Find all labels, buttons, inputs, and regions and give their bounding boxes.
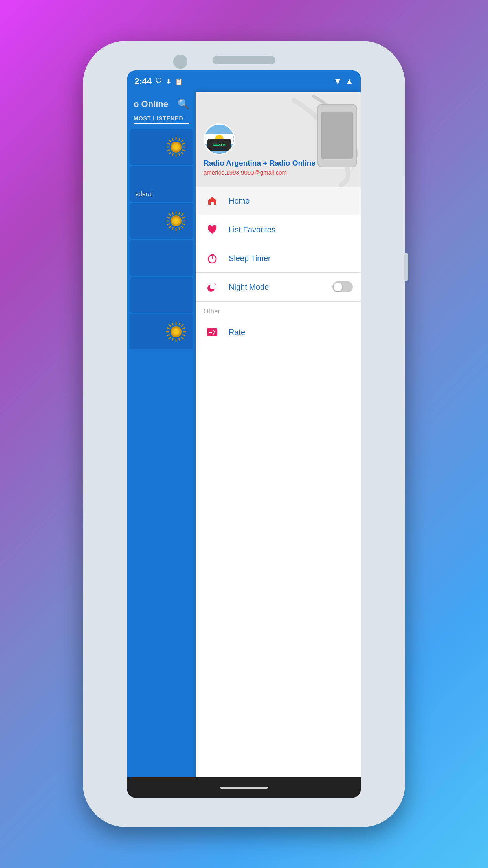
sun-icon — [164, 135, 188, 159]
tab-bar: MOST LISTENED — [127, 113, 196, 128]
svg-line-27 — [169, 226, 171, 228]
svg-line-53 — [172, 323, 173, 326]
front-camera — [173, 55, 187, 69]
side-drawer: 102.6FM Radio Argentina + Radio Online a… — [196, 92, 361, 798]
svg-line-33 — [167, 224, 170, 225]
drawer-header-background: 102.6FM Radio Argentina + Radio Online a… — [196, 92, 361, 187]
svg-line-7 — [181, 140, 183, 142]
wifi-icon: ▼ — [333, 76, 342, 86]
search-icon[interactable]: 🔍 — [178, 99, 189, 110]
home-indicator — [220, 787, 268, 789]
right-panel: o Online 🔍 MOST LISTENED — [127, 92, 196, 798]
status-bar-right: ▼ ▲ — [333, 76, 354, 86]
radio-list: ederal — [127, 128, 196, 351]
radio-list-item[interactable] — [130, 129, 193, 165]
svg-line-9 — [167, 143, 170, 144]
shield-status-icon: 🛡 — [156, 78, 162, 85]
svg-line-50 — [172, 338, 173, 341]
phone-frame: 2:44 🛡 ⬇ 📋 ▼ ▲ o Online 🔍 MOST LISTENED — [83, 41, 405, 827]
svg-line-51 — [182, 328, 185, 329]
save-status-icon: ⬇ — [166, 78, 171, 85]
svg-line-8 — [169, 152, 171, 154]
signal-icon: ▲ — [345, 76, 354, 86]
speaker-top — [213, 56, 275, 64]
heart-icon — [204, 221, 221, 238]
svg-line-30 — [179, 212, 180, 215]
svg-line-65 — [213, 254, 214, 255]
nav-item-night[interactable]: Night Mode — [196, 273, 361, 301]
drawer-header: 102.6FM Radio Argentina + Radio Online a… — [196, 92, 361, 187]
svg-point-67 — [214, 283, 215, 284]
nav-home-label: Home — [229, 197, 250, 206]
phone-screen: 2:44 🛡 ⬇ 📋 ▼ ▲ o Online 🔍 MOST LISTENED — [127, 70, 361, 798]
nav-favorites-label: List Favorites — [229, 225, 275, 234]
nav-item-sleep[interactable]: Sleep Timer — [196, 244, 361, 272]
svg-line-15 — [172, 138, 173, 141]
svg-point-56 — [173, 329, 179, 335]
radio-list-item[interactable] — [130, 314, 193, 349]
svg-line-29 — [182, 224, 185, 225]
bottom-bar — [127, 777, 361, 798]
svg-line-24 — [169, 213, 171, 216]
svg-line-48 — [182, 335, 185, 336]
svg-line-16 — [179, 153, 180, 156]
tab-most-listened[interactable]: MOST LISTENED — [134, 115, 189, 121]
flag-stripe-top — [205, 125, 234, 134]
nav-item-favorites[interactable]: List Favorites — [196, 215, 361, 244]
svg-point-18 — [173, 144, 179, 150]
night-mode-toggle[interactable] — [332, 281, 353, 292]
radio-list-item[interactable] — [130, 203, 193, 239]
svg-point-66 — [215, 284, 216, 285]
svg-line-44 — [181, 337, 183, 339]
tab-underline — [134, 123, 189, 124]
svg-line-64 — [211, 254, 212, 255]
svg-line-31 — [172, 227, 173, 230]
drawer-header-content: 102.6FM Radio Argentina + Radio Online a… — [204, 123, 353, 179]
sun-icon — [164, 209, 188, 233]
clipboard-status-icon: 📋 — [175, 78, 183, 85]
svg-line-12 — [172, 153, 173, 156]
toggle-switch-night[interactable] — [332, 281, 353, 292]
nav-sleep-label: Sleep Timer — [229, 254, 271, 263]
moon-icon — [204, 278, 221, 296]
svg-line-47 — [167, 328, 170, 329]
svg-line-26 — [181, 213, 183, 216]
status-time: 2:44 — [134, 76, 152, 86]
svg-line-14 — [167, 150, 170, 151]
app-email: americo.1993.9090@gmail.com — [204, 169, 353, 176]
rate-icon — [204, 324, 221, 341]
nav-item-home[interactable]: Home — [196, 187, 361, 215]
right-panel-header: o Online 🔍 — [127, 92, 196, 113]
section-other-label: Other — [196, 302, 361, 318]
radio-list-item[interactable]: ederal — [130, 166, 193, 202]
svg-line-13 — [182, 143, 185, 144]
svg-line-6 — [181, 152, 183, 154]
home-icon — [204, 192, 221, 210]
svg-line-10 — [182, 150, 185, 151]
svg-line-46 — [169, 337, 171, 339]
svg-line-43 — [169, 324, 171, 327]
status-bar: 2:44 🛡 ⬇ 📋 ▼ ▲ — [127, 70, 361, 92]
svg-line-25 — [181, 226, 183, 228]
svg-point-37 — [173, 218, 179, 224]
right-panel-title: o Online — [134, 99, 168, 109]
nav-item-rate[interactable]: Rate — [196, 318, 361, 346]
radio-device-icon: 102.6FM — [207, 139, 231, 151]
svg-line-5 — [169, 140, 171, 142]
svg-line-28 — [167, 217, 170, 218]
status-bar-left: 2:44 🛡 ⬇ 📋 — [134, 76, 183, 86]
radio-item-text: ederal — [135, 191, 152, 198]
svg-line-52 — [167, 335, 170, 336]
svg-line-35 — [179, 227, 180, 230]
nav-rate-label: Rate — [229, 328, 245, 337]
svg-line-34 — [172, 212, 173, 215]
app-logo: 102.6FM — [204, 123, 235, 155]
svg-line-11 — [179, 138, 180, 141]
volume-button — [404, 253, 408, 281]
radio-list-item[interactable] — [130, 240, 193, 276]
svg-line-32 — [182, 217, 185, 218]
svg-line-49 — [179, 323, 180, 326]
svg-line-45 — [181, 324, 183, 327]
radio-list-item[interactable] — [130, 277, 193, 313]
timer-icon — [204, 250, 221, 267]
